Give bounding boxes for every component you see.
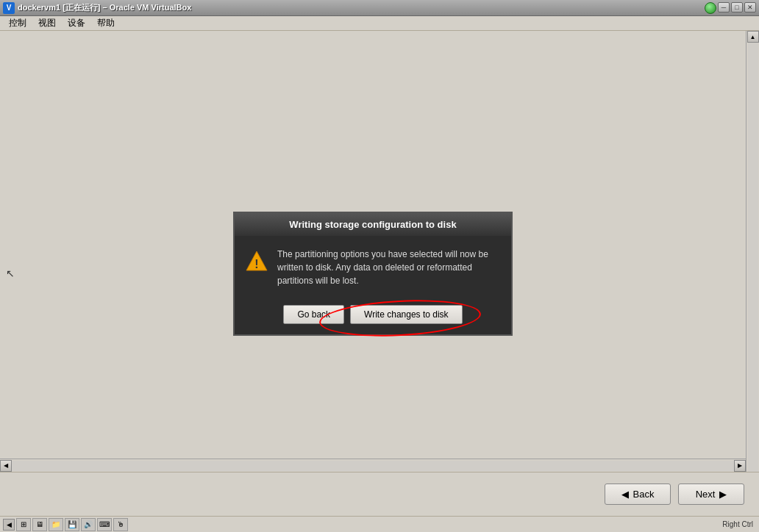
scroll-right-arrow[interactable]: ▶ [734,460,746,472]
vbox-icon: V [3,2,15,14]
scrollbar-horizontal: ◀ ▶ [0,459,746,472]
svg-text:!: ! [254,258,258,270]
menu-control[interactable]: 控制 [3,15,32,31]
status-icon-4[interactable]: 💾 [65,518,79,531]
next-arrow-icon: ▶ [719,489,727,500]
status-icon-2[interactable]: 🖥 [32,518,47,531]
hscroll-left-btn[interactable]: ◀ [3,519,15,531]
dialog-buttons: Go back Write changes to disk [235,299,511,334]
status-bar: ◀ ⊞ 🖥 📁 💾 🔊 ⌨ 🖱 Right Ctrl [0,516,759,532]
title-bar: V dockervm1 [正在运行] – Oracle VM VirtualBo… [0,0,759,16]
minimize-button[interactable]: ─ [718,2,730,12]
dialog-title: Writing storage configuration to disk [235,213,511,236]
main-content: ↖ Writing storage configuration to disk … [0,31,759,516]
hscroll-track[interactable] [12,461,734,471]
status-left: ◀ ⊞ 🖥 📁 💾 🔊 ⌨ 🖱 [3,518,128,531]
restore-button[interactable]: □ [731,2,743,12]
scroll-up-arrow[interactable]: ▲ [747,31,759,43]
window-title: dockervm1 [正在运行] – Oracle VM VirtualBox [18,2,191,13]
scroll-left-arrow[interactable]: ◀ [0,460,12,472]
dialog-body: ! The partitioning options you have sele… [235,236,511,299]
status-icon-1[interactable]: ⊞ [16,518,31,531]
title-bar-controls: ─ □ ✕ [705,2,756,14]
status-icons: ⊞ 🖥 📁 💾 🔊 ⌨ 🖱 [16,518,128,531]
go-back-button[interactable]: Go back [283,305,344,324]
title-bar-left: V dockervm1 [正在运行] – Oracle VM VirtualBo… [3,2,191,14]
back-label: Back [633,489,655,500]
scroll-track[interactable] [748,43,758,504]
menu-help[interactable]: 帮助 [91,15,121,31]
back-button[interactable]: ◀ Back [605,484,671,505]
dialog-message: The partitioning options you have select… [277,248,501,287]
next-label: Next [696,489,716,500]
status-icon-7[interactable]: 🖱 [113,518,128,531]
write-changes-button[interactable]: Write changes to disk [350,305,463,324]
menu-devices[interactable]: 设备 [62,15,91,31]
close-button[interactable]: ✕ [744,2,756,12]
menu-bar: 控制 视图 设备 帮助 [0,16,759,31]
write-storage-dialog: Writing storage configuration to disk ! … [233,212,513,336]
next-button[interactable]: Next ▶ [678,484,744,505]
vm-screen: ↖ Writing storage configuration to disk … [0,31,746,516]
dialog-button-area: Go back Write changes to disk [235,299,511,334]
status-icon-6[interactable]: ⌨ [97,518,112,531]
back-arrow-icon: ◀ [621,489,629,500]
bottom-nav: ◀ Back Next ▶ [0,472,759,516]
menu-view[interactable]: 视图 [32,15,62,31]
mouse-cursor: ↖ [6,267,15,279]
scrollbar-right: ▲ ▼ [746,31,759,516]
warning-icon: ! [245,249,268,273]
status-icon-3[interactable]: 📁 [49,518,63,531]
status-indicator [705,2,716,14]
status-icon-5[interactable]: 🔊 [81,518,96,531]
status-right-ctrl: Right Ctrl [722,520,756,528]
